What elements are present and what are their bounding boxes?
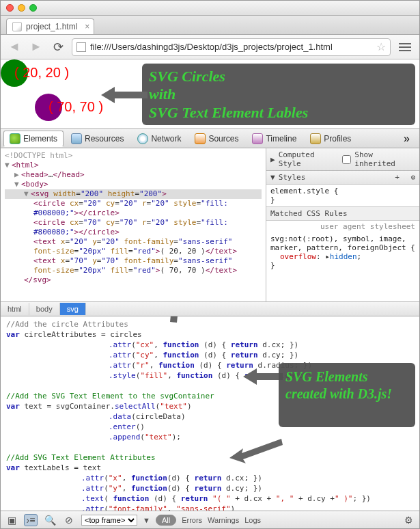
- url-text: file:///Users/dashingd3js/Desktop/d3js_p…: [90, 42, 372, 52]
- devtools-tab-sources[interactable]: Sources: [188, 131, 244, 147]
- styles-header[interactable]: ▼Styles+ ⚙: [266, 171, 419, 185]
- devtools-body: <!DOCTYPE html> ▼<html> ▶<head>…</head> …: [1, 148, 419, 301]
- frame-selector[interactable]: <top frame>: [81, 515, 137, 526]
- dock-button[interactable]: ▣: [5, 514, 18, 526]
- zoom-window-button[interactable]: [29, 4, 37, 12]
- css-rule-block[interactable]: svg:not(:root), symbol, image, marker, p…: [266, 232, 419, 272]
- svg-label-1: ( 20, 20 ): [14, 65, 69, 80]
- ua-stylesheet-label: user agent stylesheet: [266, 221, 419, 232]
- arrow-icon: [101, 81, 149, 109]
- close-window-button[interactable]: [6, 4, 14, 12]
- tab-title: project_1.html: [26, 22, 77, 31]
- devtools-statusbar: ▣ ›≡ 🔍 ⊘ <top frame> ▼ All Errors Warnin…: [1, 511, 419, 528]
- arrow-icon: [229, 436, 284, 463]
- tree-line[interactable]: ▶<head>…</head>: [5, 170, 262, 180]
- resources-icon: [71, 133, 82, 144]
- tree-line[interactable]: <circle cx="20" cy="20" r="20" style="fi…: [5, 199, 262, 218]
- console-panel[interactable]: //Add the circle Attributes var circleAt…: [1, 316, 419, 515]
- tree-line[interactable]: <text x="20" y="20" font-family="sans-se…: [5, 237, 262, 256]
- page-viewport: ( 20, 20 ) ( 70, 70 ) SVG Circles with S…: [1, 59, 419, 129]
- elements-icon: [10, 133, 20, 144]
- profiles-icon: [310, 133, 321, 144]
- arrow-icon: [243, 363, 284, 390]
- filter-errors[interactable]: Errors: [182, 516, 202, 524]
- filter-all[interactable]: All: [156, 515, 176, 526]
- show-console-button[interactable]: ›≡: [24, 514, 38, 526]
- tree-line[interactable]: <text x="70" y="70" font-family="sans-se…: [5, 256, 262, 275]
- element-style-block[interactable]: element.style { }: [266, 185, 419, 206]
- tree-line[interactable]: <circle cx="70" cy="70" r="20" style="fi…: [5, 218, 262, 237]
- browser-tabstrip: project_1.html ×: [1, 16, 419, 35]
- elements-tree[interactable]: <!DOCTYPE html> ▼<html> ▶<head>…</head> …: [1, 148, 266, 301]
- svg-label-2: ( 70, 70 ): [48, 99, 103, 114]
- bookmark-star-icon[interactable]: ☆: [376, 40, 386, 53]
- svg-marker-0: [101, 87, 148, 103]
- clear-console-button[interactable]: ⊘: [62, 514, 76, 526]
- elements-breadcrumb: html body svg: [1, 301, 419, 316]
- tree-line[interactable]: </svg>: [5, 275, 262, 285]
- tab-close-icon[interactable]: ×: [85, 22, 89, 31]
- annotation-text-1: SVG Circles with SVG Text Element Lables: [149, 68, 308, 121]
- tree-line[interactable]: ▼<body>: [5, 180, 262, 189]
- annotation-text-2: SVG Elements created with D3.js!: [285, 369, 392, 401]
- devtools-tab-elements[interactable]: Elements: [3, 131, 64, 147]
- forward-button[interactable]: ►: [28, 39, 44, 55]
- filter-warnings[interactable]: Warnings: [208, 516, 239, 524]
- devtools-tab-network[interactable]: Network: [131, 131, 187, 147]
- browser-toolbar: ◄ ► ⟳ file:///Users/dashingd3js/Desktop/…: [1, 35, 419, 59]
- tree-line-selected[interactable]: ▼<svg width="200" height="200">: [5, 189, 262, 199]
- sources-icon: [195, 133, 206, 144]
- traffic-lights: [6, 4, 37, 12]
- devtools-tabbar: Elements Resources Network Sources Timel…: [1, 129, 419, 148]
- svg-marker-3: [229, 439, 283, 463]
- reload-button[interactable]: ⟳: [50, 39, 66, 55]
- annotation-callout-2: SVG Elements created with D3.js!: [279, 363, 415, 427]
- crumb-svg[interactable]: svg: [60, 303, 86, 315]
- matched-rules-header: Matched CSS Rules: [266, 206, 419, 221]
- arrow-icon: [163, 316, 204, 326]
- timeline-icon: [252, 133, 263, 144]
- crumb-body[interactable]: body: [29, 303, 60, 315]
- svg-marker-1: [170, 316, 194, 323]
- show-inherited-checkbox[interactable]: [342, 155, 351, 164]
- page-icon: [12, 22, 22, 31]
- computed-style-header[interactable]: ▶Computed StyleShow inherited: [266, 148, 419, 171]
- settings-button[interactable]: ⚙: [402, 514, 415, 526]
- toggle-state-icon[interactable]: ⚙: [410, 173, 415, 182]
- doctype-line: <!DOCTYPE html>: [5, 151, 262, 161]
- devtools-tab-timeline[interactable]: Timeline: [246, 131, 303, 147]
- browser-tab[interactable]: project_1.html ×: [6, 18, 94, 34]
- svg-marker-2: [243, 368, 283, 385]
- filter-logs[interactable]: Logs: [244, 516, 261, 524]
- file-icon: [76, 42, 86, 52]
- devtools-tab-resources[interactable]: Resources: [65, 131, 130, 147]
- tree-line[interactable]: ▼<html>: [5, 161, 262, 170]
- inspect-button[interactable]: 🔍: [43, 514, 57, 526]
- devtools-overflow-button[interactable]: »: [397, 133, 417, 145]
- styles-sidebar: ▶Computed StyleShow inherited ▼Styles+ ⚙…: [266, 148, 419, 301]
- devtools-tab-profiles[interactable]: Profiles: [304, 131, 357, 147]
- crumb-html[interactable]: html: [1, 303, 29, 315]
- back-button[interactable]: ◄: [6, 39, 23, 55]
- chrome-menu-button[interactable]: [396, 40, 414, 55]
- minimize-window-button[interactable]: [18, 4, 25, 12]
- annotation-callout-1: SVG Circles with SVG Text Element Lables: [142, 64, 415, 125]
- url-bar[interactable]: file:///Users/dashingd3js/Desktop/d3js_p…: [72, 38, 391, 56]
- network-icon: [137, 133, 148, 144]
- window-titlebar: [1, 1, 419, 16]
- add-rule-icon[interactable]: +: [395, 173, 400, 182]
